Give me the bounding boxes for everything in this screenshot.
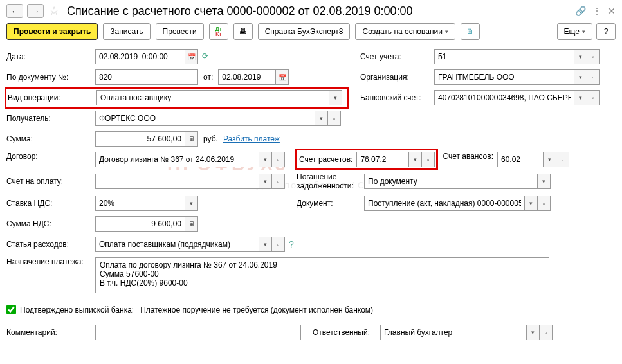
op-type-highlight: Вид операции:: [5, 87, 349, 109]
vat-rate-dd[interactable]: [185, 196, 198, 211]
org-open[interactable]: [587, 69, 600, 85]
vat-sum-calc[interactable]: 🖩: [185, 216, 198, 232]
exp-item-help-icon[interactable]: ?: [289, 239, 294, 250]
confirmed-label: Подтверждено выпиской банка:: [20, 305, 134, 314]
contract-label: Договор:: [6, 152, 95, 161]
more-button[interactable]: Еще▾: [557, 23, 592, 40]
settle-acc-dd[interactable]: [409, 152, 422, 167]
settle-acc-highlight: Счет расчетов:: [295, 149, 438, 170]
vat-sum-label: Сумма НДС:: [6, 219, 95, 228]
purpose-label: Назначение платежа:: [6, 257, 95, 266]
docref-dd[interactable]: [525, 196, 538, 211]
more-label: Еще: [564, 27, 580, 36]
docfrom-input[interactable]: [218, 69, 276, 85]
exp-item-input[interactable]: [95, 237, 259, 252]
purpose-textarea[interactable]: [95, 257, 549, 293]
sum-input[interactable]: [95, 131, 185, 147]
help-ref-button[interactable]: Справка БухЭксперт8: [258, 23, 351, 40]
account-dd[interactable]: [574, 49, 587, 64]
toolbar: Провести и закрыть Записать Провести ДтК…: [6, 23, 616, 40]
debt-input[interactable]: [364, 174, 538, 189]
settle-acc-input[interactable]: [356, 152, 409, 167]
contract-dd[interactable]: [259, 152, 272, 167]
exp-item-open[interactable]: [272, 237, 285, 252]
help-button[interactable]: ?: [596, 23, 616, 40]
docref-open[interactable]: [538, 196, 551, 211]
post-button[interactable]: Провести: [156, 23, 204, 40]
bank-acc-input[interactable]: [434, 90, 574, 105]
op-type-label: Вид операции:: [8, 93, 96, 102]
form-body: Дата: ⟳ Счет учета: По доку: [6, 49, 616, 340]
docfrom-label: от:: [203, 73, 213, 82]
exp-item-label: Статья расходов:: [6, 240, 95, 249]
date-input[interactable]: [95, 49, 185, 64]
responsible-input[interactable]: [380, 325, 527, 340]
responsible-dd[interactable]: [527, 325, 540, 340]
back-button[interactable]: ←: [6, 4, 23, 18]
close-icon[interactable]: ✕: [608, 6, 616, 16]
docnum-input[interactable]: [95, 69, 198, 85]
op-type-dd[interactable]: [329, 90, 342, 105]
help-ref-label: Справка БухЭксперт8: [265, 27, 343, 36]
responsible-label: Ответственный:: [313, 328, 380, 337]
report-button[interactable]: 🗎: [461, 23, 480, 40]
invoice-label: Счет на оплату:: [6, 177, 95, 186]
vat-sum-input[interactable]: [95, 216, 185, 232]
exp-item-dd[interactable]: [259, 237, 272, 252]
contract-input[interactable]: [95, 152, 259, 167]
sum-label: Сумма:: [6, 134, 95, 143]
favorite-icon[interactable]: ☆: [49, 4, 59, 18]
bank-acc-dd[interactable]: [574, 90, 587, 105]
link-icon[interactable]: 🔗: [575, 6, 586, 16]
post-close-button[interactable]: Провести и закрыть: [6, 23, 98, 40]
org-input[interactable]: [434, 69, 574, 85]
create-based-button[interactable]: Создать на основании▾: [355, 23, 455, 40]
debt-label: Погашение задолженности:: [297, 172, 364, 190]
recipient-open[interactable]: [328, 111, 341, 126]
date-label: Дата:: [6, 52, 95, 61]
bank-acc-open[interactable]: [587, 90, 600, 105]
sum-calc[interactable]: 🖩: [185, 131, 198, 147]
account-label: Счет учета:: [360, 52, 434, 61]
split-payment-link[interactable]: Разбить платеж: [223, 134, 280, 143]
debt-dd[interactable]: [538, 174, 551, 189]
forward-button[interactable]: →: [27, 4, 44, 18]
advance-acc-label: Счет авансов:: [443, 152, 493, 161]
advance-acc-dd[interactable]: [544, 152, 556, 167]
bank-acc-label: Банковский счет:: [360, 93, 434, 102]
more-icon[interactable]: ⋮: [592, 6, 601, 16]
account-input[interactable]: [434, 49, 574, 64]
comment-input[interactable]: [95, 325, 301, 340]
rub-label: руб.: [203, 134, 218, 143]
vat-rate-label: Ставка НДС:: [6, 199, 95, 208]
advance-acc-open[interactable]: [556, 152, 569, 167]
responsible-open[interactable]: [540, 325, 553, 340]
docfrom-calendar[interactable]: [276, 69, 289, 85]
refresh-icon[interactable]: ⟳: [202, 51, 212, 62]
confirmed-checkbox[interactable]: [6, 305, 16, 314]
comment-label: Комментарий:: [6, 328, 95, 337]
vat-rate-input[interactable]: [95, 196, 185, 211]
date-calendar-button[interactable]: [185, 49, 198, 64]
docnum-label: По документу №:: [6, 73, 95, 82]
op-type-input[interactable]: [96, 90, 329, 105]
create-based-label: Создать на основании: [362, 27, 443, 36]
invoice-dd[interactable]: [259, 174, 272, 189]
invoice-open[interactable]: [272, 174, 285, 189]
window-header: ← → ☆ Списание с расчетного счета 0000-0…: [6, 4, 616, 18]
recipient-dd[interactable]: [315, 111, 328, 126]
docref-input[interactable]: [364, 196, 525, 211]
docref-label: Документ:: [297, 199, 364, 208]
recipient-input[interactable]: [95, 111, 315, 126]
settle-acc-label: Счет расчетов:: [299, 155, 352, 164]
account-open[interactable]: [587, 49, 600, 64]
advance-acc-input[interactable]: [497, 152, 544, 167]
org-dd[interactable]: [574, 69, 587, 85]
settle-acc-open[interactable]: [422, 152, 435, 167]
invoice-input[interactable]: [95, 174, 259, 189]
page-title: Списание с расчетного счета 0000-000002 …: [67, 5, 413, 18]
save-button[interactable]: Записать: [103, 23, 150, 40]
contract-open[interactable]: [272, 152, 285, 167]
dtkt-button[interactable]: ДтКт: [209, 23, 228, 40]
print-button[interactable]: 🖶: [233, 23, 253, 40]
